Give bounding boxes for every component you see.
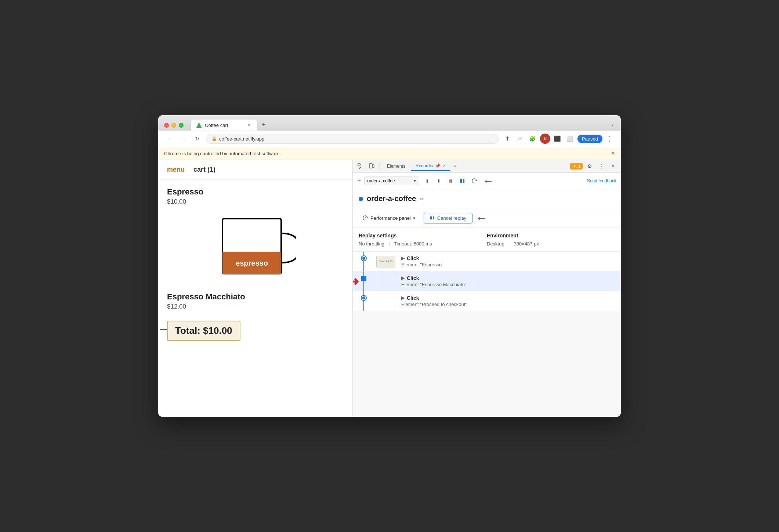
bookmark-icon[interactable]: ☆	[515, 134, 525, 144]
cast-icon[interactable]: ⬛	[552, 134, 563, 144]
export-recording-button[interactable]: ⬆	[422, 176, 432, 186]
avatar: U	[540, 134, 550, 144]
devtools-right-controls: ⚠ 1 ⚙ ⋮ ×	[570, 161, 618, 171]
chevron-down-icon: ⌄	[610, 121, 615, 127]
expand-icon-2[interactable]: ▶	[401, 276, 405, 281]
website-panel: menu cart (1) Espresso $10.00 espresso	[158, 160, 353, 417]
red-arrow-replay: ←	[482, 175, 494, 187]
share-icon[interactable]: ⬆	[503, 134, 513, 144]
step-type-3: ▶ Click	[401, 295, 616, 301]
inspect-element-icon[interactable]	[356, 161, 365, 171]
issues-badge[interactable]: ⚠ 1	[570, 163, 583, 170]
active-tab[interactable]: Coffee cart ×	[191, 120, 257, 131]
badge-count: 1	[578, 164, 580, 168]
toolbar-icons: ⬆ ☆ 🧩 U ⬛ ⬜ Paused ⋮	[503, 134, 615, 144]
menu-button[interactable]: ⋮	[605, 134, 615, 144]
tab-recorder[interactable]: Recorder 📌 ×	[411, 161, 450, 171]
tab-close-button[interactable]: ×	[246, 122, 252, 128]
red-arrow-step2-container: ➜	[353, 276, 359, 287]
website-nav: menu cart (1)	[158, 160, 352, 180]
add-recording-button[interactable]: +	[357, 177, 361, 185]
settings-icon[interactable]: ⚙	[585, 161, 594, 171]
svg-rect-8	[373, 165, 374, 167]
timeline-line-2	[363, 272, 364, 291]
devtools-toolbar: Elements Recorder 📌 × » ⚠ 1 ⚙ ⋮ ×	[353, 160, 621, 173]
step-timeline-3	[353, 291, 375, 311]
more-tabs-button[interactable]: »	[452, 162, 459, 170]
lock-icon: 🔒	[211, 136, 217, 141]
devtools-panel: Elements Recorder 📌 × » ⚠ 1 ⚙ ⋮ ×	[353, 160, 621, 417]
devtools-more-button[interactable]: ⋮	[597, 161, 606, 171]
device-toolbar-icon[interactable]	[367, 161, 376, 171]
recording-selector[interactable]: order-a-coffee ▾	[364, 176, 419, 185]
import-recording-button[interactable]: ⬇	[434, 176, 444, 186]
edit-recording-name-button[interactable]: ✏	[420, 196, 424, 202]
svg-rect-10	[463, 179, 464, 183]
forward-button[interactable]: →	[178, 134, 188, 144]
notification-close-button[interactable]: ×	[612, 150, 615, 157]
timeline-dot	[362, 256, 366, 260]
url-text: coffee-cart.netlify.app	[219, 136, 493, 142]
thumbnail-image: Total: $0.00	[376, 256, 395, 267]
warning-icon: ⚠	[572, 163, 577, 169]
extensions-icon[interactable]: 🧩	[528, 134, 538, 144]
product-price-macchiato: $12.00	[167, 303, 344, 310]
recording-name-group: order-a-coffee ✏	[359, 194, 424, 203]
back-button[interactable]: ←	[164, 134, 174, 144]
svg-rect-11	[430, 216, 432, 219]
settings-area: Replay settings Environment No throttlin…	[353, 228, 621, 252]
tabs-area: Coffee cart × +	[191, 120, 606, 131]
red-arrow-cancel: ←	[475, 212, 487, 224]
step-row-3: ▶ Click Element "Proceed to checkout"	[353, 291, 621, 311]
step-detail-2: Element "Espresso Macchiato"	[401, 282, 616, 287]
performance-panel-label: Performance panel	[370, 215, 411, 221]
nav-cart-link[interactable]: cart (1)	[193, 166, 215, 174]
product-name-macchiato: Espresso Macchiato	[167, 292, 344, 302]
window-controls-right: ⌄	[610, 121, 615, 129]
window-icon[interactable]: ⬜	[565, 134, 575, 144]
replay-controls: Performance panel ▾ Cancel replay ←	[353, 208, 621, 228]
recorder-tab-close[interactable]: ×	[443, 163, 446, 168]
environment-value: Desktop 380×487 px	[487, 240, 615, 247]
tab-title: Coffee cart	[205, 123, 243, 128]
minimize-button[interactable]	[171, 123, 176, 128]
red-arrow-step2: ➜	[353, 275, 359, 288]
expand-icon-3[interactable]: ▶	[401, 295, 405, 300]
tab-elements[interactable]: Elements	[383, 162, 410, 171]
recorder-actions: ⬆ ⬇ 🗑	[422, 176, 479, 186]
close-button[interactable]	[164, 123, 169, 128]
browser-window: Coffee cart × + ⌄ ← → ↻ 🔒 coffee-cart.ne…	[158, 115, 621, 417]
notification-text: Chrome is being controlled by automated …	[164, 151, 281, 156]
step-row-highlighted: ➜ ▶ Click Element "Espresso Macchiato"	[353, 272, 621, 291]
maximize-button[interactable]	[179, 123, 184, 128]
steps-area: Total: $0.00 ▶ Click Element "Espresso"	[353, 252, 621, 417]
recording-name-text: order-a-coffee	[367, 194, 416, 203]
performance-panel-button[interactable]: Performance panel ▾	[359, 213, 419, 223]
cancel-replay-button[interactable]: Cancel replay	[424, 213, 473, 223]
performance-panel-chevron: ▾	[413, 215, 416, 221]
step-detail: Element "Espresso"	[401, 262, 616, 267]
step-detail-3: Element "Proceed to checkout"	[401, 302, 616, 307]
main-content: menu cart (1) Espresso $10.00 espresso	[158, 160, 621, 417]
step-spacer	[375, 272, 397, 291]
devtools-close-button[interactable]: ×	[608, 161, 618, 171]
selector-chevron-icon: ▾	[414, 178, 416, 183]
notification-bar: Chrome is being controlled by automated …	[158, 147, 621, 160]
timeline-line-3	[363, 291, 364, 311]
reload-button[interactable]: ↻	[192, 134, 202, 144]
svg-rect-12	[433, 216, 434, 219]
send-feedback-link[interactable]: Send feedback	[587, 178, 616, 183]
nav-menu-link[interactable]: menu	[167, 166, 185, 174]
replay-action-button[interactable]	[469, 176, 479, 186]
expand-icon[interactable]: ▶	[401, 256, 405, 261]
step-content-2: ▶ Click Element "Espresso Macchiato"	[397, 272, 621, 291]
delete-recording-button[interactable]: 🗑	[446, 176, 456, 186]
new-tab-button[interactable]: +	[258, 120, 269, 130]
svg-marker-0	[196, 123, 202, 128]
recording-status-dot	[359, 197, 363, 201]
timeline-line	[363, 252, 364, 271]
cancel-replay-wrapper: Cancel replay ←	[424, 212, 488, 224]
profile-icon[interactable]: U	[540, 134, 550, 144]
url-bar[interactable]: 🔒 coffee-cart.netlify.app	[206, 134, 499, 144]
replay-button[interactable]	[457, 176, 468, 186]
